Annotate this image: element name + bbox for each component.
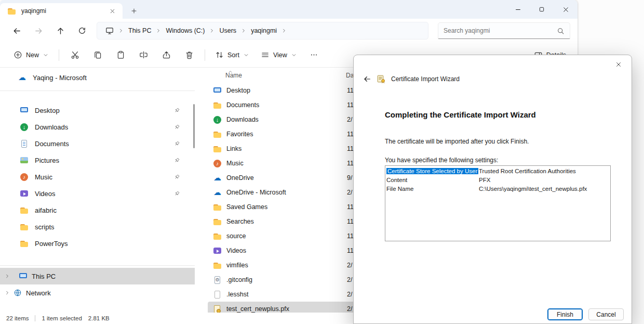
- file-date: 2/: [347, 276, 352, 283]
- sidebar-item-aifabric[interactable]: aifabric: [0, 202, 195, 218]
- sidebar-item-music[interactable]: Music: [0, 169, 195, 185]
- settings-row[interactable]: Content PFX: [385, 176, 610, 185]
- share-button[interactable]: [155, 46, 177, 64]
- file-type-icon: [213, 188, 222, 197]
- status-selection-size: 2.81 KB: [88, 315, 110, 321]
- settings-caption: You have specified the following setting…: [385, 157, 611, 164]
- sort-button[interactable]: Sort: [210, 46, 254, 64]
- this-pc-icon: [19, 272, 28, 281]
- sidebar: Yaqing - Microsoft Desktop Downloads Doc…: [0, 68, 195, 313]
- sidebar-item-desktop[interactable]: Desktop: [0, 102, 195, 119]
- cut-button[interactable]: [64, 46, 86, 64]
- breadcrumb-item-drive-c[interactable]: Windows (C:): [163, 25, 208, 36]
- breadcrumb-item-yaqingmi[interactable]: yaqingmi: [248, 25, 280, 36]
- dialog-title-bar: [354, 55, 632, 72]
- search-box[interactable]: [438, 22, 570, 39]
- sidebar-item-label: Desktop: [35, 107, 60, 114]
- network-globe-icon: [14, 289, 22, 297]
- paste-button[interactable]: [110, 46, 131, 64]
- file-type-icon: [213, 217, 222, 226]
- forward-button[interactable]: [29, 21, 48, 40]
- sidebar-item-label: Videos: [35, 190, 56, 198]
- column-header-name[interactable]: Name: [208, 72, 346, 79]
- copy-button[interactable]: [87, 46, 109, 64]
- up-button[interactable]: [51, 21, 70, 40]
- finish-button[interactable]: Finish: [547, 308, 583, 320]
- toolbar-divider: [59, 49, 59, 61]
- chevron-right-icon: [118, 28, 124, 34]
- certificate-wizard-icon: [377, 74, 386, 84]
- pin-icon: [173, 174, 180, 180]
- tab-close-button[interactable]: [106, 5, 118, 17]
- view-button-label: View: [273, 51, 287, 59]
- sidebar-item-videos[interactable]: Videos: [0, 185, 195, 202]
- rename-button[interactable]: [132, 46, 154, 64]
- status-divider: [35, 315, 35, 321]
- settings-listbox[interactable]: Certificate Store Selected by User Trust…: [385, 165, 611, 241]
- new-tab-button[interactable]: [128, 5, 140, 17]
- file-date: 9/: [347, 174, 352, 182]
- settings-row[interactable]: File Name C:\Users\yaqingmi\test_cert_ne…: [385, 185, 610, 193]
- new-button[interactable]: New: [8, 46, 54, 64]
- explorer-tab[interactable]: yaqingmi: [0, 3, 123, 19]
- pictures-icon: [20, 156, 29, 165]
- tab-bar: yaqingmi: [0, 0, 578, 19]
- refresh-button[interactable]: [73, 21, 91, 40]
- tab-title: yaqingmi: [21, 7, 101, 15]
- wizard-description: The certificate will be imported after y…: [385, 138, 611, 145]
- more-options-button[interactable]: [303, 46, 325, 64]
- file-name: Favorites: [226, 131, 347, 138]
- sidebar-item-downloads[interactable]: Downloads: [0, 119, 195, 135]
- breadcrumb-item-users[interactable]: Users: [216, 25, 239, 36]
- settings-row-selected[interactable]: Certificate Store Selected by User Trust…: [385, 167, 610, 176]
- sidebar-item-label: PowerToys: [35, 240, 68, 248]
- sidebar-item-label: This PC: [32, 273, 56, 280]
- file-name: .lesshst: [226, 291, 347, 298]
- close-button[interactable]: [554, 0, 578, 19]
- sidebar-item-this-pc[interactable]: This PC: [0, 268, 195, 284]
- chevron-right-icon: [209, 28, 215, 34]
- quick-access-list: Desktop Downloads Documents Pictures Mus…: [0, 96, 195, 252]
- dialog-back-button[interactable]: [363, 75, 371, 83]
- folder-icon: [20, 223, 29, 231]
- file-date: 2/: [347, 291, 352, 298]
- file-type-icon: [213, 261, 222, 270]
- file-date: 2/: [347, 116, 352, 123]
- pin-icon: [173, 157, 180, 164]
- file-date: 2/: [347, 262, 352, 269]
- sidebar-item-pictures[interactable]: Pictures: [0, 152, 195, 169]
- sidebar-item-powertoys[interactable]: PowerToys: [0, 235, 195, 252]
- setting-value: C:\Users\yaqingmi\test_cert_newplus.pfx: [479, 185, 610, 193]
- view-button[interactable]: View: [256, 46, 302, 64]
- videos-icon: [20, 189, 29, 198]
- chevron-right-icon[interactable]: [4, 273, 10, 279]
- documents-icon: [20, 139, 29, 148]
- sort-button-label: Sort: [227, 51, 239, 59]
- delete-button[interactable]: [178, 46, 200, 64]
- sidebar-item-onedrive[interactable]: Yaqing - Microsoft: [0, 70, 195, 85]
- file-type-icon: [213, 247, 222, 255]
- folder-icon: [20, 239, 29, 248]
- music-icon: [20, 173, 29, 182]
- minimize-button[interactable]: [506, 0, 530, 19]
- chevron-right-icon: [240, 28, 247, 34]
- sidebar-item-documents[interactable]: Documents: [0, 135, 195, 152]
- dialog-close-button[interactable]: [608, 57, 629, 72]
- pin-icon: [173, 190, 180, 197]
- breadcrumb-item-this-pc[interactable]: This PC: [125, 25, 154, 36]
- back-button[interactable]: [7, 21, 26, 40]
- breadcrumb[interactable]: This PC Windows (C:) Users yaqingmi: [97, 22, 428, 40]
- certificate-import-wizard-dialog: Certificate Import Wizard Completing the…: [353, 55, 632, 324]
- file-type-icon: [213, 101, 222, 110]
- sidebar-item-scripts[interactable]: scripts: [0, 218, 195, 235]
- search-input[interactable]: [444, 27, 553, 34]
- file-type-icon: [213, 276, 222, 284]
- cancel-button[interactable]: Cancel: [588, 308, 624, 320]
- sidebar-item-network[interactable]: Network: [0, 284, 195, 301]
- file-type-icon: [213, 159, 222, 168]
- chevron-right-icon[interactable]: [4, 290, 10, 296]
- sidebar-scrollbar[interactable]: [193, 104, 195, 148]
- file-name: OneDrive - Microsoft: [226, 189, 347, 196]
- downloads-icon: [20, 123, 29, 132]
- maximize-button[interactable]: [530, 0, 554, 19]
